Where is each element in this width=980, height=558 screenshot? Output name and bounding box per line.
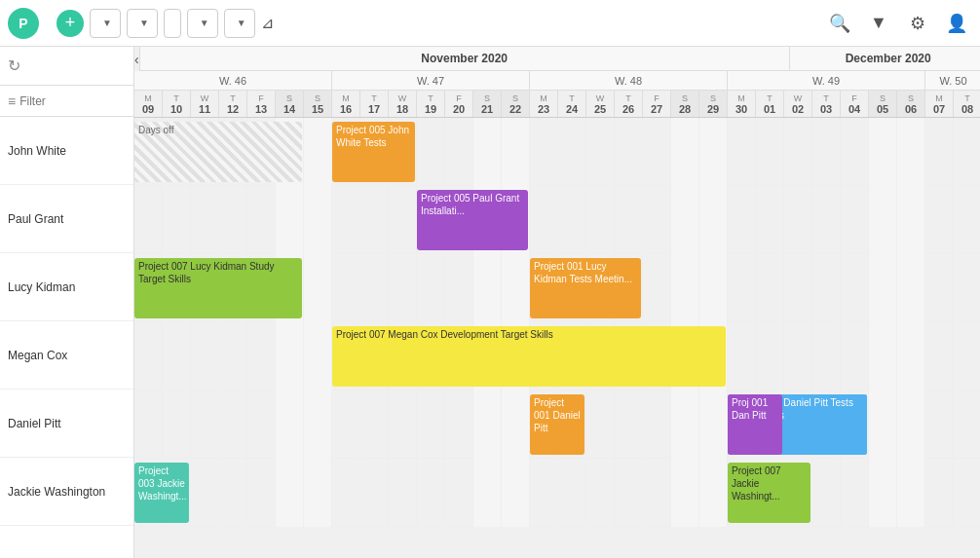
technician-dropdown-2[interactable]: ▼ <box>224 9 255 38</box>
resource-row: Jackie Washington <box>0 458 133 526</box>
day-col <box>586 118 615 186</box>
day-col <box>925 391 954 459</box>
day-col <box>134 322 163 391</box>
chevron-down-icon: ▼ <box>237 18 246 28</box>
resource-row: Daniel Pitt <box>0 390 133 458</box>
day-col <box>304 322 332 391</box>
day-col <box>841 118 869 186</box>
day-col <box>558 186 586 254</box>
day-col <box>925 118 954 186</box>
day-col <box>643 391 671 459</box>
day-header-cell: T12 <box>219 91 247 117</box>
search-button[interactable]: 🔍 <box>824 8 855 39</box>
day-col <box>586 186 615 254</box>
sidebar: ↻ ≡ John WhitePaul GrantLucy KidmanMegan… <box>0 47 134 558</box>
day-col <box>897 254 925 322</box>
month-cell: December 2020 <box>790 47 980 70</box>
calendar-event[interactable]: Project 003 Jackie Washingt... <box>134 463 189 523</box>
day-col <box>445 118 473 186</box>
day-col <box>163 322 191 391</box>
day-col <box>897 391 925 459</box>
day-col <box>332 391 360 459</box>
day-col <box>954 322 980 391</box>
day-col <box>812 459 841 527</box>
day-col <box>558 459 586 527</box>
dropdown-button[interactable]: ▼ <box>863 8 894 39</box>
day-col <box>389 391 417 459</box>
day-col <box>699 118 728 186</box>
day-header-cell: T17 <box>360 91 389 117</box>
add-button[interactable]: + <box>57 10 84 37</box>
day-col <box>473 391 502 459</box>
day-col <box>671 118 699 186</box>
day-header-cell: T26 <box>615 91 643 117</box>
calendar-event[interactable]: Project 007 Megan Cox Development Target… <box>332 326 726 387</box>
calendar-event[interactable]: Proj 001 Dan Pitt <box>728 394 782 455</box>
day-header-cell: S22 <box>502 91 530 117</box>
day-col <box>869 254 897 322</box>
day-col <box>417 459 445 527</box>
technician-dropdown-1[interactable]: ▼ <box>90 9 121 38</box>
day-col <box>954 254 980 322</box>
week-cell: W. 48 <box>530 71 728 90</box>
day-col <box>728 118 756 186</box>
date-picker[interactable] <box>164 9 181 38</box>
day-col <box>247 459 276 527</box>
day-col <box>502 391 530 459</box>
day-col <box>134 391 163 459</box>
calendar-event[interactable]: Project 001 Lucy Kidman Tests Meetin... <box>530 258 641 318</box>
day-header-cell: T24 <box>558 91 586 117</box>
day-col <box>756 118 784 186</box>
sync-icon[interactable]: ↻ <box>8 56 20 75</box>
day-col <box>530 118 558 186</box>
calendar-row: Project 007 Megan Cox Development Target… <box>134 322 980 391</box>
day-header-cell: M30 <box>728 91 756 117</box>
calendar-event[interactable]: Project 005 John White Tests <box>332 122 415 182</box>
filter-row: ≡ <box>0 86 133 117</box>
day-col <box>728 186 756 254</box>
day-col <box>925 322 954 391</box>
day-header-cell: F13 <box>247 91 276 117</box>
filter-input[interactable] <box>19 94 97 108</box>
day-header-cell: S06 <box>897 91 925 117</box>
day-col <box>304 391 332 459</box>
calendar-event[interactable]: Project 007 Jackie Washingt... <box>728 463 810 523</box>
day-col <box>897 322 925 391</box>
day-col <box>191 186 219 254</box>
chevron-down-icon: ▼ <box>139 18 149 28</box>
day-col <box>219 459 247 527</box>
day-col <box>332 459 360 527</box>
monthly-dropdown[interactable]: ▼ <box>127 9 158 38</box>
day-col <box>671 459 699 527</box>
day-col <box>841 459 869 527</box>
resource-row: John White <box>0 117 133 185</box>
calendar-event[interactable]: Project 001 Daniel Pitt <box>530 394 584 455</box>
day-col <box>954 391 980 459</box>
day-col <box>360 186 389 254</box>
settings-button[interactable]: ⚙ <box>902 8 933 39</box>
day-col <box>445 391 473 459</box>
day-col <box>954 118 980 186</box>
calendar-event[interactable]: Project 007 Lucy Kidman Study Target Ski… <box>134 258 302 318</box>
day-col <box>954 186 980 254</box>
day-col <box>276 459 304 527</box>
toolbar-right: 🔍 ▼ ⚙ 👤 <box>824 8 972 39</box>
day-header-cell: F04 <box>841 91 869 117</box>
day-col <box>869 322 897 391</box>
day-header-cell: M16 <box>332 91 360 117</box>
region-dropdown[interactable]: ▼ <box>187 9 218 38</box>
day-col <box>756 186 784 254</box>
filter-icon[interactable]: ⊿ <box>261 14 274 32</box>
calendar-event[interactable]: Project 005 Paul Grant Installati... <box>417 190 528 250</box>
day-col <box>841 186 869 254</box>
day-col <box>671 391 699 459</box>
day-col <box>728 322 756 391</box>
day-col <box>954 459 980 527</box>
day-header-cell: S14 <box>276 91 304 117</box>
day-col <box>473 459 502 527</box>
user-button[interactable]: 👤 <box>941 8 972 39</box>
day-col <box>473 118 502 186</box>
day-col <box>784 118 812 186</box>
logo: P <box>8 8 43 39</box>
calendar-event[interactable]: Days off <box>134 122 302 182</box>
